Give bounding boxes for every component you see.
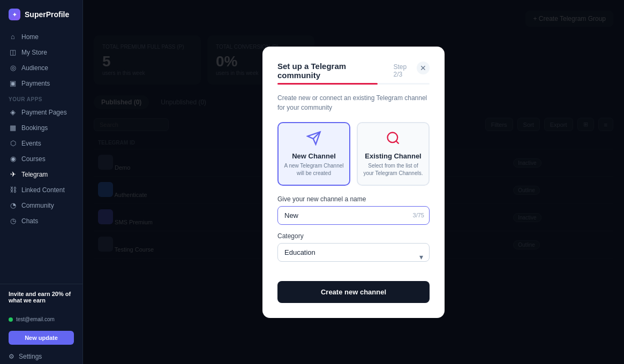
sidebar-item-my-store[interactable]: ◫ My Store bbox=[0, 44, 82, 60]
paper-plane-icon bbox=[284, 131, 344, 149]
modal-step: Step 2/3 bbox=[394, 63, 417, 78]
sidebar-item-label: Telegram bbox=[21, 171, 48, 178]
bookings-icon: ▦ bbox=[9, 124, 17, 132]
sidebar-item-home[interactable]: ⌂ Home bbox=[0, 29, 82, 44]
sidebar-item-bookings[interactable]: ▦ Bookings bbox=[0, 120, 82, 135]
telegram-icon: ✈ bbox=[9, 170, 17, 178]
sidebar-item-label: Linked Content bbox=[21, 186, 65, 194]
sidebar-item-label: Chats bbox=[21, 217, 38, 225]
audience-icon: ◎ bbox=[9, 64, 17, 72]
your-apps-label: YOUR APPS bbox=[0, 91, 82, 104]
sidebar-item-events[interactable]: ⬡ Events bbox=[0, 135, 82, 151]
sidebar-item-label: Courses bbox=[21, 155, 46, 163]
sidebar-item-telegram[interactable]: ✈ Telegram bbox=[0, 166, 82, 182]
sidebar-item-courses[interactable]: ◉ Courses bbox=[0, 151, 82, 166]
sidebar-item-payment-pages[interactable]: ◈ Payment Pages bbox=[0, 104, 82, 120]
sidebar-item-label: Payment Pages bbox=[21, 109, 67, 116]
create-channel-button[interactable]: Create new channel bbox=[277, 281, 430, 303]
sidebar-item-community[interactable]: ◔ Community bbox=[0, 198, 82, 213]
logo-icon: ✦ bbox=[9, 9, 20, 20]
sidebar-item-label: Events bbox=[21, 140, 41, 147]
settings-label: Settings bbox=[19, 353, 42, 360]
sidebar-item-linked-content[interactable]: ⛓ Linked Content bbox=[0, 182, 82, 198]
setup-telegram-modal: Set up a Telegram community Step 2/3 ✕ C… bbox=[262, 47, 445, 318]
sidebar-item-audience[interactable]: ◎ Audience bbox=[0, 60, 82, 75]
sidebar-navigation: ⌂ Home ◫ My Store ◎ Audience ▣ Payments … bbox=[0, 27, 82, 284]
new-channel-option[interactable]: New Channel A new Telegram Channel will … bbox=[277, 122, 350, 186]
modal-close-button[interactable]: ✕ bbox=[417, 62, 430, 74]
name-label: Give your new channel a name bbox=[277, 195, 430, 203]
channel-name-field-wrap: 3/75 bbox=[277, 206, 430, 225]
modal-title-group: Set up a Telegram community Step 2/3 bbox=[277, 62, 417, 80]
svg-point-0 bbox=[388, 132, 398, 142]
sidebar-item-label: Payments bbox=[21, 80, 50, 87]
invite-title: Invite and earn 20% of what we earn bbox=[9, 291, 74, 304]
community-icon: ◔ bbox=[9, 201, 17, 209]
sidebar-item-label: My Store bbox=[21, 49, 47, 56]
payment-pages-icon: ◈ bbox=[9, 108, 17, 116]
sidebar-item-label: Home bbox=[21, 33, 39, 41]
search-circle-icon bbox=[363, 131, 423, 149]
logo-text: SuperProfile bbox=[25, 10, 69, 19]
sidebar-invite: Invite and earn 20% of what we earn bbox=[0, 284, 82, 312]
sidebar-item-chats[interactable]: ◷ Chats bbox=[0, 213, 82, 229]
existing-channel-desc: Select from the list of your Telegram Ch… bbox=[363, 162, 423, 177]
new-channel-desc: A new Telegram Channel will be created bbox=[284, 162, 344, 177]
main-content: + Create Telegram Group TOTAL PREMIUM FU… bbox=[83, 0, 624, 364]
events-icon: ⬡ bbox=[9, 139, 17, 147]
modal-title: Set up a Telegram community bbox=[277, 62, 389, 80]
existing-channel-option[interactable]: Existing Channel Select from the list of… bbox=[357, 122, 430, 186]
category-select[interactable]: Education Technology Business Health Ent… bbox=[277, 243, 430, 262]
sidebar-user: test@email.com bbox=[0, 312, 82, 327]
modal-subtitle: Create new or connect an existing Telegr… bbox=[277, 93, 430, 112]
user-email: test@email.com bbox=[16, 316, 55, 322]
modal-overlay: Set up a Telegram community Step 2/3 ✕ C… bbox=[83, 0, 624, 364]
category-label: Category bbox=[277, 232, 430, 240]
home-icon: ⌂ bbox=[9, 33, 17, 41]
name-counter: 3/75 bbox=[413, 212, 424, 218]
category-select-wrap: Education Technology Business Health Ent… bbox=[277, 243, 430, 271]
modal-header: Set up a Telegram community Step 2/3 ✕ bbox=[277, 62, 430, 80]
chats-icon: ◷ bbox=[9, 217, 17, 225]
payments-icon: ▣ bbox=[9, 79, 17, 87]
sidebar-item-payments[interactable]: ▣ Payments bbox=[0, 75, 82, 91]
courses-icon: ◉ bbox=[9, 155, 17, 163]
progress-bar bbox=[277, 83, 430, 85]
sidebar: ✦ SuperProfile ⌂ Home ◫ My Store ◎ Audie… bbox=[0, 0, 83, 364]
sidebar-item-label: Community bbox=[21, 202, 54, 209]
user-status-dot bbox=[9, 317, 13, 322]
channel-options: New Channel A new Telegram Channel will … bbox=[277, 122, 430, 186]
settings-icon: ⚙ bbox=[9, 353, 14, 360]
new-channel-title: New Channel bbox=[284, 152, 344, 160]
linked-content-icon: ⛓ bbox=[9, 186, 17, 194]
store-icon: ◫ bbox=[9, 48, 17, 56]
update-button[interactable]: New update bbox=[9, 331, 74, 345]
sidebar-item-settings[interactable]: ⚙ Settings bbox=[0, 349, 82, 364]
sidebar-logo: ✦ SuperProfile bbox=[0, 0, 82, 27]
progress-fill bbox=[277, 83, 378, 85]
channel-name-input[interactable] bbox=[277, 206, 430, 225]
existing-channel-title: Existing Channel bbox=[363, 152, 423, 160]
sidebar-item-label: Audience bbox=[21, 64, 48, 72]
sidebar-item-label: Bookings bbox=[21, 124, 48, 132]
